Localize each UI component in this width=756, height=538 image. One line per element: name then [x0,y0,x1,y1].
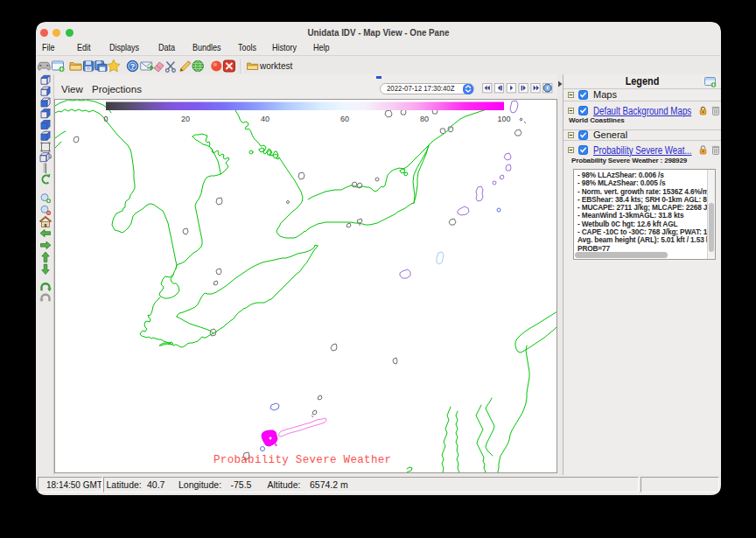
svg-text:100: 100 [497,115,510,123]
svg-text:0: 0 [103,115,108,123]
svg-text:?: ? [130,62,136,71]
svg-text:80: 80 [420,115,429,123]
svg-text:20: 20 [181,115,190,123]
svg-text:worktest: worktest [259,61,292,71]
svg-text:40: 40 [261,115,270,123]
svg-text:60: 60 [340,115,349,123]
svg-text:Probability Severe Weather: Probability Severe Weather [214,454,391,466]
